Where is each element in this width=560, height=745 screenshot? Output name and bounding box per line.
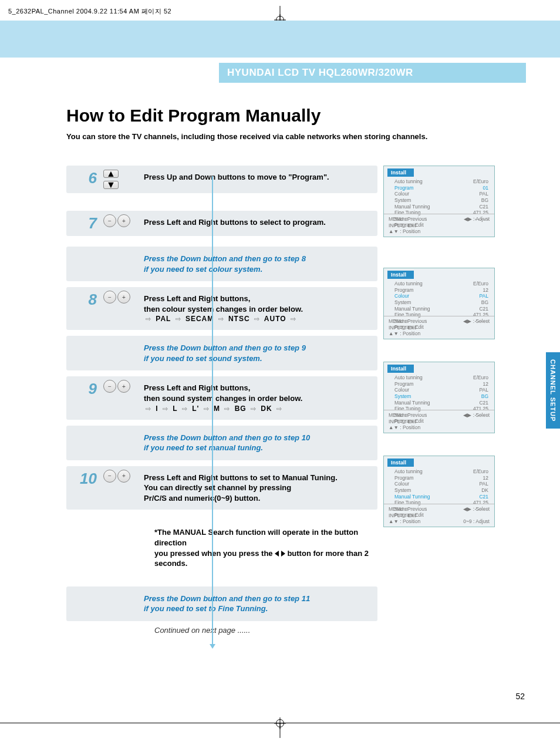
hint-10-block: Press the Down button and then go to ste… [66,426,377,460]
step-10-text: Press Left and Right buttons to set to M… [144,470,377,507]
right-button-icon: + [117,291,130,304]
step-6-number: 6 [89,169,97,187]
crop-target-bottom [276,719,284,727]
doc-meta-header: 5_2632PAL_Channel 2004.9.22 11:54 AM 페이지… [8,7,171,16]
osd-box-2: Install Auto tunningE/EuroProgram12Colou… [383,268,495,339]
left-button-icon: − [103,380,116,393]
hint-11-block: Press the Down button and then go to ste… [66,586,377,621]
step-6-block: 6 ▲ ▼ Press Up and Down buttons to move … [66,166,377,193]
colour-system-sequence: ⇨ PAL ⇨ SECAM ⇨ NTSC ⇨ AUTO ⇨ [144,314,373,323]
step-7-number: 7 [89,214,97,232]
step-9-text: Press Left and Right buttons, then sound… [144,380,377,416]
continued-text: Continued on next page ...... [66,626,377,635]
updown-button-icon: ▲ ▼ [100,169,144,190]
right-button-icon: + [117,380,130,393]
right-button-icon: + [117,214,130,227]
hint-8-block: Press the Down button and then go to ste… [66,247,377,281]
step-10-block: 10 − + Press Left and Right buttons to s… [66,466,377,510]
step-8-block: 8 − + Press Left and Right buttons, then… [66,287,377,330]
step-7-block: 7 − + Press Left and Right buttons to se… [66,211,377,236]
osd-box-1: Install Auto tunningE/EuroProgram01Colou… [383,166,495,237]
section-tab: CHANNEL SETUP [546,352,560,429]
header-band [0,21,560,58]
osd-box-3: Install Auto tunningE/EuroProgram12Colou… [383,362,495,433]
hint-11-text: Press the Down button and then go to ste… [144,590,315,618]
flow-arrow [212,176,213,644]
osd-column: Install Auto tunningE/EuroProgram01Colou… [383,166,501,533]
left-button-icon: − [103,291,116,304]
steps-content: Install Auto tunningE/EuroProgram01Colou… [66,166,501,635]
right-button-icon: + [117,470,130,483]
step-8-text: Press Left and Right buttons, then colou… [144,291,377,326]
leftright-button-icon: − + [100,380,144,393]
page-number: 52 [515,692,525,701]
step-7-text: Press Left and Right buttons to select t… [144,214,377,231]
manual-search-note: *The MANUAL Search function will operate… [66,524,377,571]
left-button-icon: − [103,214,116,227]
step-8-number: 8 [89,291,97,309]
steps-column: 6 ▲ ▼ Press Up and Down buttons to move … [66,166,377,635]
hint-9-text: Press the Down button and then go to ste… [144,339,311,367]
step-10-number: 10 [80,470,97,488]
step-9-block: 9 − + Press Left and Right buttons, then… [66,376,377,419]
hint-9-block: Press the Down button and then go to ste… [66,336,377,370]
sound-system-sequence: ⇨ I ⇨ L ⇨ L' ⇨ M ⇨ BG ⇨ DK ⇨ [144,404,373,413]
page-title: How to Edit Program Manually [66,106,321,126]
leftright-button-icon: − + [100,470,144,483]
leftright-button-icon: − + [100,291,144,304]
step-6-text: Press Up and Down buttons to move to "Pr… [144,169,377,186]
osd-box-4: Install Auto tunningE/EuroProgram12Colou… [383,456,495,527]
hint-8-text: Press the Down button and then go to ste… [144,250,311,278]
hint-10-text: Press the Down button and then go to ste… [144,429,315,457]
left-button-icon: − [103,470,116,483]
product-header: HYUNDAI LCD TV HQL260WR/320WR [219,63,526,83]
page-subtitle: You can store the TV channels, including… [66,132,427,141]
step-9-number: 9 [89,380,97,398]
leftright-button-icon: − + [100,214,144,227]
up-button-icon: ▲ [103,170,119,178]
down-button-icon: ▼ [103,181,119,189]
